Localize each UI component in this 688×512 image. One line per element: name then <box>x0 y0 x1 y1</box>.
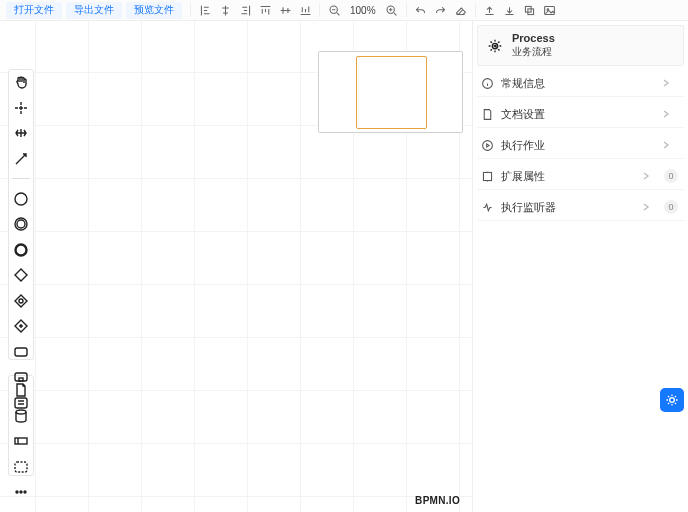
group-icon[interactable] <box>12 458 30 476</box>
divider <box>190 3 191 17</box>
svg-rect-16 <box>15 438 27 444</box>
data-object-icon[interactable] <box>12 381 30 399</box>
puzzle-icon <box>481 170 494 183</box>
zoom-percentage: 100% <box>344 5 382 16</box>
hand-tool-icon[interactable] <box>12 73 30 91</box>
erase-icon[interactable] <box>452 1 470 19</box>
divider <box>319 3 320 17</box>
section-label: 扩展属性 <box>501 169 641 184</box>
svg-point-6 <box>15 193 27 205</box>
chevron-right-icon <box>661 78 671 88</box>
align-bottom-icon[interactable] <box>296 1 314 19</box>
count-badge: 0 <box>664 200 678 214</box>
element-name: 业务流程 <box>512 45 555 59</box>
settings-fab[interactable] <box>660 388 684 412</box>
align-top-icon[interactable] <box>256 1 274 19</box>
process-icon <box>486 37 504 55</box>
section-extension-props[interactable]: 扩展属性 0 <box>477 163 684 190</box>
minimap-viewport[interactable] <box>356 56 427 129</box>
main-area: BPMN.IO Process 业务流程 常规信息 文档设置 <box>0 21 688 512</box>
svg-point-9 <box>16 244 27 255</box>
align-right-icon[interactable] <box>236 1 254 19</box>
section-jobs[interactable]: 执行作业 <box>477 132 684 159</box>
chevron-right-icon <box>641 171 651 181</box>
listener-icon <box>481 201 494 214</box>
gear-icon <box>664 392 680 408</box>
svg-rect-12 <box>15 373 27 381</box>
element-header-card: Process 业务流程 <box>477 25 684 66</box>
gateway-event-icon[interactable] <box>12 317 30 335</box>
undo-icon[interactable] <box>412 1 430 19</box>
count-badge: 0 <box>664 169 678 183</box>
pool-icon[interactable] <box>12 432 30 450</box>
chevron-right-icon <box>641 202 651 212</box>
svg-point-23 <box>483 140 493 150</box>
intermediate-event-icon[interactable] <box>12 215 30 233</box>
open-file-button[interactable]: 打开文件 <box>6 2 62 19</box>
svg-point-19 <box>20 491 22 493</box>
align-left-icon[interactable] <box>196 1 214 19</box>
gateway-complex-icon[interactable] <box>12 292 30 310</box>
info-icon <box>481 77 494 90</box>
tool-palette-2 <box>10 381 32 501</box>
upload-icon[interactable] <box>481 1 499 19</box>
svg-point-18 <box>16 491 18 493</box>
lasso-tool-icon[interactable] <box>12 99 30 117</box>
image-icon[interactable] <box>541 1 559 19</box>
align-h-center-icon[interactable] <box>216 1 234 19</box>
section-label: 执行作业 <box>501 138 661 153</box>
zoom-out-icon[interactable] <box>325 1 343 19</box>
svg-point-8 <box>17 220 25 228</box>
task-icon[interactable] <box>12 343 30 361</box>
divider <box>406 3 407 17</box>
properties-panel: Process 业务流程 常规信息 文档设置 执行作业 扩展属性 0 <box>472 21 688 512</box>
minimap[interactable] <box>318 51 463 133</box>
section-label: 文档设置 <box>501 107 661 122</box>
svg-point-15 <box>16 410 26 414</box>
align-v-center-icon[interactable] <box>276 1 294 19</box>
brand-label: BPMN.IO <box>415 495 460 506</box>
end-event-icon[interactable] <box>12 241 30 259</box>
section-listeners[interactable]: 执行监听器 0 <box>477 194 684 221</box>
divider <box>475 3 476 17</box>
palette-separator <box>12 178 30 179</box>
export-file-button[interactable]: 导出文件 <box>66 2 122 19</box>
canvas[interactable]: BPMN.IO <box>0 21 472 512</box>
element-type: Process <box>512 32 555 45</box>
svg-point-20 <box>24 491 26 493</box>
svg-point-25 <box>670 398 675 403</box>
download-icon[interactable] <box>501 1 519 19</box>
copy-icon[interactable] <box>521 1 539 19</box>
data-store-icon[interactable] <box>12 407 30 425</box>
chevron-right-icon <box>661 140 671 150</box>
play-icon <box>481 139 494 152</box>
section-documentation[interactable]: 文档设置 <box>477 101 684 128</box>
gateway-icon[interactable] <box>12 266 30 284</box>
preview-file-button[interactable]: 预览文件 <box>126 2 182 19</box>
svg-rect-17 <box>15 462 27 472</box>
tool-palette <box>10 73 32 412</box>
redo-icon[interactable] <box>432 1 450 19</box>
zoom-in-icon[interactable] <box>383 1 401 19</box>
section-general[interactable]: 常规信息 <box>477 70 684 97</box>
chevron-right-icon <box>661 109 671 119</box>
more-tools-icon[interactable] <box>12 483 30 501</box>
top-toolbar: 打开文件 导出文件 预览文件 100% <box>0 0 688 21</box>
section-label: 执行监听器 <box>501 200 641 215</box>
svg-rect-11 <box>15 348 27 356</box>
document-icon <box>481 108 494 121</box>
svg-point-10 <box>19 299 23 303</box>
connect-tool-icon[interactable] <box>12 150 30 168</box>
start-event-icon[interactable] <box>12 190 30 208</box>
section-label: 常规信息 <box>501 76 661 91</box>
svg-rect-24 <box>483 172 491 180</box>
space-tool-icon[interactable] <box>12 124 30 142</box>
